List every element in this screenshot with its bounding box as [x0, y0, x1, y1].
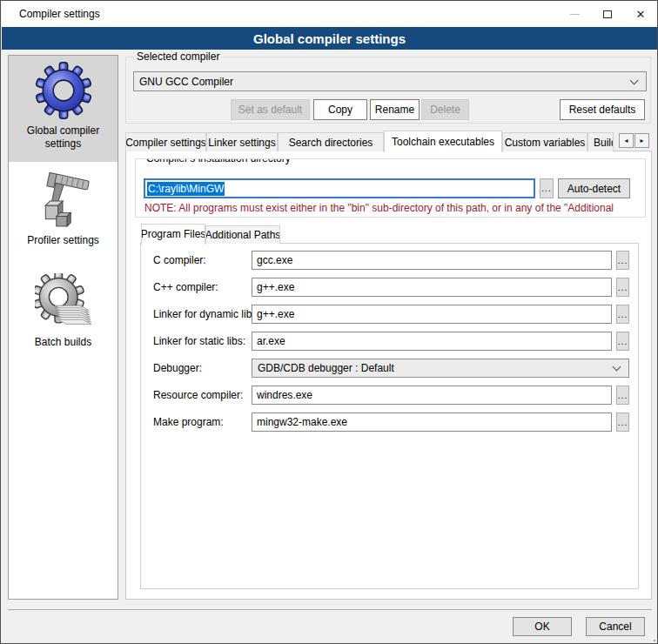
- compiler-select-value: GNU GCC Compiler: [139, 76, 631, 88]
- tab-label: Additional Paths: [205, 229, 280, 241]
- main-tab-strip: Compiler settings Linker settings Search…: [125, 130, 649, 151]
- chevron-down-icon: [630, 76, 639, 84]
- window-title: Compiler settings: [19, 8, 100, 20]
- sidebar-label-profiler-settings: Profiler settings: [21, 234, 106, 247]
- make-program-browse-button[interactable]: ...: [616, 413, 629, 432]
- window-controls: ✕: [558, 1, 657, 27]
- copy-button[interactable]: Copy: [313, 99, 367, 120]
- tab-additional-paths[interactable]: Additional Paths: [205, 225, 280, 244]
- resource-compiler-input[interactable]: [252, 386, 612, 405]
- static-linker-browse-button[interactable]: ...: [616, 332, 629, 351]
- maximize-icon: [603, 10, 612, 18]
- blue-gear-icon: [35, 62, 92, 119]
- browse-directory-button[interactable]: ...: [540, 178, 554, 198]
- installation-dir-selected-text: C:\raylib\MinGW: [147, 182, 225, 196]
- bin-subdirectory-note: NOTE: All programs must exist either in …: [144, 202, 645, 214]
- tab-label: Toolchain executables: [392, 136, 494, 148]
- rename-button[interactable]: Rename: [370, 99, 420, 120]
- tab-scroll-right-button[interactable]: ▸: [634, 133, 649, 148]
- tab-search-directories[interactable]: Search directories: [278, 132, 384, 151]
- caliper-icon: [35, 171, 92, 229]
- tab-program-files[interactable]: Program Files: [141, 224, 205, 245]
- c-compiler-row: C compiler: ...: [141, 251, 638, 272]
- tab-compiler-settings[interactable]: Compiler settings: [125, 132, 206, 151]
- installation-dir-input[interactable]: C:\raylib\MinGW: [144, 178, 535, 198]
- make-program-row: Make program: ...: [141, 413, 638, 433]
- tab-custom-variables[interactable]: Custom variables: [502, 132, 588, 151]
- cpp-compiler-input[interactable]: [252, 278, 612, 297]
- dynamic-linker-label: Linker for dynamic libs:: [153, 308, 260, 320]
- dynamic-linker-browse-button[interactable]: ...: [616, 305, 629, 324]
- make-program-input[interactable]: [252, 413, 612, 432]
- tab-scroll-left-button[interactable]: ◂: [619, 133, 634, 148]
- compiler-settings-dialog: Compiler settings ✕ Global compiler sett…: [0, 0, 658, 644]
- debugger-label: Debugger:: [153, 362, 202, 374]
- compiler-select[interactable]: GNU GCC Compiler: [133, 71, 647, 91]
- resize-grip[interactable]: [650, 636, 652, 638]
- footer-divider: [8, 609, 652, 610]
- debugger-select-value: GDB/CDB debugger : Default: [258, 362, 614, 374]
- set-as-default-button[interactable]: Set as default: [231, 99, 310, 120]
- tab-label: Linker settings: [208, 137, 275, 149]
- tab-linker-settings[interactable]: Linker settings: [206, 132, 278, 151]
- arrow-right-icon: ▸: [640, 137, 643, 144]
- reset-defaults-button[interactable]: Reset defaults: [560, 99, 645, 120]
- resource-compiler-browse-button[interactable]: ...: [616, 386, 629, 405]
- chevron-down-icon: [613, 363, 621, 372]
- debugger-select[interactable]: GDB/CDB debugger : Default: [252, 359, 629, 378]
- tab-label: Build options: [594, 137, 614, 149]
- tab-label: Custom variables: [505, 137, 586, 149]
- tab-label: Search directories: [289, 137, 373, 149]
- tab-build-options[interactable]: Build options: [588, 132, 614, 151]
- debugger-row: Debugger: GDB/CDB debugger : Default: [141, 359, 638, 379]
- selected-compiler-legend: Selected compiler: [133, 50, 223, 63]
- gray-gear-stack-icon: [35, 273, 92, 331]
- arrow-left-icon: ◂: [624, 137, 628, 144]
- c-compiler-input[interactable]: [252, 251, 612, 270]
- c-compiler-browse-button[interactable]: ...: [616, 251, 629, 270]
- ok-button[interactable]: OK: [513, 617, 572, 636]
- installation-directory-group: Compiler's installation directory C:\ray…: [135, 158, 646, 218]
- minimize-button[interactable]: [558, 1, 591, 27]
- tab-label: Program Files: [141, 228, 205, 240]
- delete-button[interactable]: Delete: [421, 99, 469, 120]
- sidebar-label-batch-builds: Batch builds: [21, 336, 106, 349]
- close-icon: ✕: [636, 9, 646, 20]
- program-files-page: C compiler: ... C++ compiler: ... Linker…: [140, 243, 639, 589]
- program-tab-strip: Program Files Additional Paths: [141, 223, 280, 244]
- banner-title: Global compiler settings: [253, 31, 406, 46]
- minimize-icon: [570, 14, 580, 15]
- cpp-compiler-browse-button[interactable]: ...: [616, 278, 629, 297]
- title-bar: Compiler settings ✕: [2, 1, 657, 27]
- toolchain-executables-panel: Compiler's installation directory C:\ray…: [125, 151, 652, 600]
- auto-detect-button[interactable]: Auto-detect: [558, 178, 630, 198]
- installation-directory-legend: Compiler's installation directory: [143, 158, 294, 164]
- dynamic-linker-input[interactable]: [252, 305, 612, 324]
- cpp-compiler-row: C++ compiler: ...: [141, 278, 638, 299]
- dialog-banner: Global compiler settings: [2, 27, 657, 50]
- sidebar-item-profiler-settings[interactable]: Profiler settings: [9, 162, 118, 247]
- cpp-compiler-label: C++ compiler:: [153, 281, 218, 293]
- static-linker-label: Linker for static libs:: [153, 335, 245, 347]
- settings-sidebar: Global compiler settings: [8, 55, 118, 600]
- static-linker-row: Linker for static libs: ...: [141, 332, 638, 352]
- sidebar-label-global-compiler-settings: Global compiler settings: [21, 124, 106, 151]
- resource-compiler-row: Resource compiler: ...: [141, 386, 638, 406]
- selected-compiler-group: Selected compiler GNU GCC Compiler Set a…: [125, 57, 651, 124]
- static-linker-input[interactable]: [252, 332, 612, 351]
- dynamic-linker-row: Linker for dynamic libs: ...: [141, 305, 638, 325]
- tab-label: Compiler settings: [125, 137, 206, 149]
- sidebar-item-batch-builds[interactable]: Batch builds: [9, 247, 118, 349]
- maximize-button[interactable]: [591, 1, 624, 27]
- tab-toolchain-executables[interactable]: Toolchain executables: [384, 131, 502, 152]
- close-button[interactable]: ✕: [624, 1, 657, 27]
- sidebar-item-global-compiler-settings[interactable]: Global compiler settings: [9, 56, 118, 162]
- c-compiler-label: C compiler:: [153, 254, 206, 266]
- make-program-label: Make program:: [153, 416, 224, 428]
- resource-compiler-label: Resource compiler:: [153, 389, 243, 401]
- cancel-button[interactable]: Cancel: [586, 617, 645, 636]
